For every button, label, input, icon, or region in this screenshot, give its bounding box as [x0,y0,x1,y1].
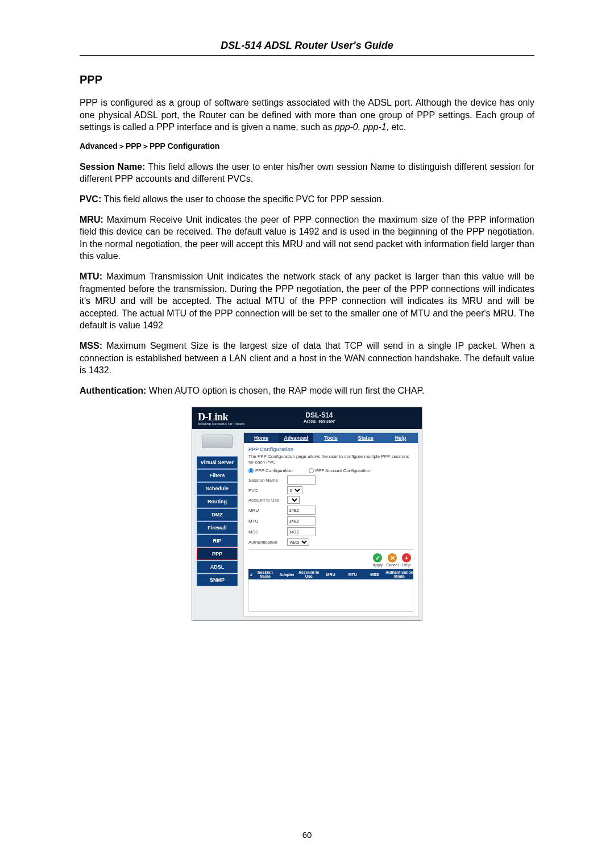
intro-text: PPP is configured as a group of software… [80,98,534,132]
row-account: Account to Use [248,496,413,504]
breadcrumb: Advanced＞PPP＞PPP Configuration [80,141,534,152]
sidebar-item-adsl[interactable]: ADSL [197,561,238,573]
tab-advanced[interactable]: Advanced [279,433,313,443]
radio-ppp-account-input[interactable] [309,468,314,473]
th-mtu: MTU [342,573,364,577]
apply-label: Apply [373,563,383,567]
action-row: ✓Apply ✕Cancel +Help [248,549,413,567]
label-session-name: Session Name: [80,162,146,172]
text-pvc: This field allows the user to choose the… [101,194,384,204]
para-auth: Authentication: When AUTO option is chos… [80,385,534,397]
text-mru: Maximum Receive Unit indicates the peer … [80,215,534,261]
select-account[interactable] [287,496,300,504]
th-adapter: Adapter [276,573,298,577]
intro-paragraph: PPP is configured as a group of software… [80,97,534,133]
router-icon [202,435,233,448]
para-session-name: Session Name: This field allows the user… [80,161,534,185]
lbl-auth-f: Authentication [248,540,287,545]
page-number: 60 [0,830,614,840]
brand-block: D-Link Building Networks for People [198,411,245,425]
tab-tools[interactable]: Tools [313,433,348,443]
intro-example: ppp-0, ppp-1 [335,122,387,132]
input-mss[interactable] [287,527,316,536]
help-label: Help [403,563,410,567]
close-icon: ✕ [388,553,397,562]
para-pvc: PVC: This field allows the user to choos… [80,193,534,206]
label-mru: MRU: [80,215,103,224]
label-auth: Authentication: [80,386,146,395]
section-heading-ppp: PPP [80,73,534,86]
check-icon: ✓ [373,553,382,562]
router-ui-screenshot: D-Link Building Networks for People DSL-… [192,407,422,621]
select-pvc[interactable]: 0 [287,486,302,494]
input-mru[interactable] [287,506,316,515]
sidebar-item-virtual-server[interactable]: Virtual Server [197,456,238,469]
tab-status[interactable]: Status [349,433,383,443]
model-block: DSL-514 ADSL Router [303,412,335,424]
radio-ppp-config[interactable]: PPP Configuration [248,468,293,473]
lbl-mru-f: MRU [248,508,287,513]
panel-inner: PPP Configuration The PPP Configuration … [244,443,418,616]
lbl-session-name: Session Name [248,478,287,483]
header-rule [80,55,534,56]
help-button[interactable]: +Help [402,553,411,567]
plus-icon: + [402,553,411,562]
sidebar-item-firewall[interactable]: Firewall [197,521,238,534]
label-mss: MSS: [80,341,102,350]
text-auth: When AUTO option is chosen, the RAP mode… [146,386,424,395]
th-account: Account to Use [298,570,320,578]
panel-title: PPP Configuration [248,446,413,452]
radio-ppp-config-input[interactable] [248,468,254,473]
label-mtu: MTU: [80,272,102,281]
input-mtu[interactable] [287,516,316,525]
label-pvc: PVC: [80,194,101,204]
sidebar-item-routing[interactable]: Routing [197,495,238,508]
select-auth[interactable]: Auto [287,538,309,546]
row-mss: MSS [248,527,413,536]
sidebar-item-schedule[interactable]: Schedule [197,482,238,495]
input-session-name[interactable] [287,475,316,485]
para-mss: MSS: Maximum Segment Size is the largest… [80,340,534,377]
apply-button[interactable]: ✓Apply [373,553,383,567]
brand-tagline: Building Networks for People [198,422,245,425]
cancel-button[interactable]: ✕Cancel [386,553,399,567]
tab-help[interactable]: Help [383,433,418,443]
table-body-empty [248,579,413,612]
model-name: DSL-514 [303,412,335,419]
model-sub: ADSL Router [303,419,335,424]
table-header: # Session Name Adapter Account to Use MR… [248,569,413,579]
lbl-account: Account to Use [248,498,287,503]
running-header: DSL-514 ADSL Router User's Guide [80,40,534,52]
tab-bar: Home Advanced Tools Status Help [244,433,418,443]
row-auth: AuthenticationAuto [248,538,413,546]
text-session-name: This field allows the user to enter his/… [80,162,534,184]
intro-tail: , etc. [387,122,406,132]
th-mss: MSS [364,573,386,577]
lbl-mss-f: MSS [248,529,287,535]
cancel-label: Cancel [386,563,399,567]
sidebar-item-rip[interactable]: RIP [197,535,238,547]
radio-row: PPP Configuration PPP Account Configurat… [248,468,413,473]
sidebar-item-filters[interactable]: Filters [197,469,238,482]
lbl-pvc: PVC [248,488,287,493]
th-auth: Authentication Mode [385,570,413,578]
lbl-mtu-f: MTU [248,519,287,524]
sidebar: Virtual ServerFiltersScheduleRoutingDMZF… [192,429,242,620]
top-bar: D-Link Building Networks for People DSL-… [192,407,422,429]
para-mru: MRU: Maximum Receive Unit indicates the … [80,214,534,262]
sidebar-item-snmp[interactable]: SNMP [197,574,238,586]
radio-ppp-account-label: PPP Account Configuration [316,468,370,473]
panel-desc: The PPP Configuration page allows the us… [248,454,413,465]
radio-ppp-account[interactable]: PPP Account Configuration [309,468,370,473]
sidebar-item-ppp[interactable]: PPP [197,548,238,560]
sidebar-item-dmz[interactable]: DMZ [197,508,238,521]
row-pvc: PVC0 [248,486,413,494]
row-mru: MRU [248,506,413,515]
th-mru: MRU [320,573,342,577]
tab-home[interactable]: Home [244,433,279,443]
text-mss: Maximum Segment Size is the largest size… [80,341,534,375]
brand-logo: D-Link [198,411,245,423]
row-session-name: Session Name [248,475,413,485]
text-mtu: Maximum Transmission Unit indicates the … [80,272,534,330]
shot-body: Virtual ServerFiltersScheduleRoutingDMZF… [192,429,422,620]
